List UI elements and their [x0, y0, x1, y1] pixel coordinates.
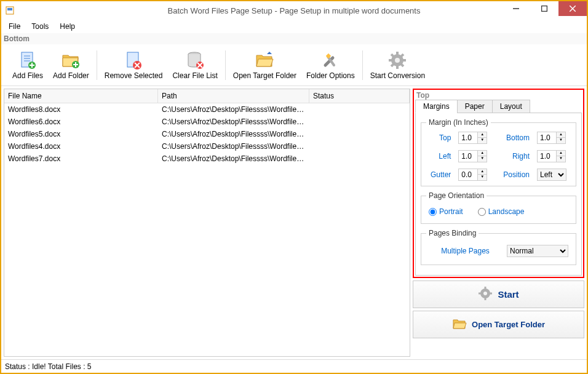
cell-filename: Wordfiles4.docx: [4, 141, 158, 151]
panel-label-top: Top: [415, 91, 582, 100]
svg-rect-3: [542, 6, 547, 12]
folder-add-icon: [61, 50, 81, 70]
position-select[interactable]: Left: [537, 169, 566, 181]
spin-down-icon[interactable]: ▼: [478, 156, 487, 162]
toolbar-separator: [362, 50, 363, 80]
folder-options-button[interactable]: Folder Options: [301, 48, 360, 82]
svg-rect-1: [7, 8, 12, 10]
maximize-button[interactable]: [530, 1, 558, 16]
spin-down-icon[interactable]: ▼: [478, 175, 487, 180]
multiple-pages-select[interactable]: Normal: [507, 245, 568, 257]
start-button[interactable]: Start: [413, 280, 584, 308]
label-margin-bottom: Bottom: [499, 133, 530, 142]
toolbtn-label: Add Folder: [53, 71, 89, 80]
tab-paper[interactable]: Paper: [457, 100, 493, 113]
start-label: Start: [498, 289, 518, 300]
close-button[interactable]: [558, 1, 587, 16]
cell-filename: Wordfiles5.docx: [4, 129, 158, 139]
label-multiple-pages: Multiple Pages: [429, 247, 502, 255]
binding-legend: Pages Binding: [426, 229, 479, 237]
table-row[interactable]: Wordfiles5.docxC:\Users\Afroz\Desktop\Fi…: [4, 128, 410, 140]
menu-file[interactable]: File: [4, 21, 25, 32]
label-margin-top: Top: [426, 133, 451, 142]
cell-path: C:\Users\Afroz\Desktop\Filessss\Wordfile…: [158, 141, 309, 151]
spin-up-icon[interactable]: ▲: [557, 132, 565, 138]
label-gutter: Gutter: [426, 170, 451, 179]
tab-layout[interactable]: Layout: [492, 100, 530, 113]
cell-filename: Wordfiles8.docx: [4, 105, 158, 114]
toolbar: Add Files Add Folder Remove Selected Cle…: [1, 44, 587, 86]
open-target-folder-toolbtn[interactable]: Open Target Folder: [228, 48, 301, 82]
orientation-legend: Page Orientation: [426, 191, 487, 200]
gear-icon: [387, 50, 407, 70]
cell-path: C:\Users\Afroz\Desktop\Filessss\Wordfile…: [158, 105, 309, 114]
svg-rect-42: [489, 293, 492, 295]
margin-bottom-input[interactable]: [537, 132, 557, 144]
spin-up-icon[interactable]: ▲: [478, 169, 487, 175]
menu-help[interactable]: Help: [55, 21, 80, 32]
col-header-filename[interactable]: File Name: [4, 89, 158, 103]
remove-selected-button[interactable]: Remove Selected: [100, 48, 168, 82]
folder-open-icon: [452, 316, 467, 333]
remove-icon: [124, 50, 143, 70]
svg-point-28: [395, 58, 400, 63]
portrait-radio[interactable]: [429, 208, 437, 216]
spin-down-icon[interactable]: ▼: [557, 156, 565, 162]
spin-down-icon[interactable]: ▼: [478, 138, 487, 143]
window-title: Batch Word Files Page Setup - Page Setup…: [1, 6, 587, 15]
spin-up-icon[interactable]: ▲: [557, 151, 565, 156]
orientation-fieldset: Page Orientation Portrait Landscape: [421, 191, 576, 224]
cell-path: C:\Users\Afroz\Desktop\Filessss\Wordfile…: [158, 117, 309, 127]
cell-path: C:\Users\Afroz\Desktop\Filessss\Wordfile…: [158, 129, 309, 139]
clear-list-icon: [185, 50, 205, 70]
svg-rect-40: [485, 297, 487, 300]
table-row[interactable]: Wordfiles4.docxC:\Users\Afroz\Desktop\Fi…: [4, 140, 410, 153]
menu-tools[interactable]: Tools: [26, 21, 54, 32]
file-list: File Name Path Status Wordfiles8.docxC:\…: [4, 89, 410, 357]
gear-icon: [478, 286, 493, 303]
statusbar: Status : Idle! Total Files : 5: [1, 359, 587, 373]
start-conversion-button[interactable]: Start Conversion: [365, 48, 430, 82]
panel-label-bottom: Bottom: [1, 33, 587, 44]
svg-rect-39: [485, 287, 487, 290]
svg-rect-41: [479, 293, 482, 295]
gutter-input[interactable]: [458, 169, 478, 181]
add-folder-button[interactable]: Add Folder: [48, 48, 94, 82]
file-add-icon: [18, 50, 38, 70]
margin-left-input[interactable]: [458, 150, 478, 162]
spin-up-icon[interactable]: ▲: [478, 151, 487, 156]
spin-up-icon[interactable]: ▲: [478, 132, 487, 138]
settings-panel: Top Margins Paper Layout Margin (In Inch…: [413, 89, 584, 278]
col-header-status[interactable]: Status: [309, 89, 410, 103]
open-target-folder-button[interactable]: Open Target Folder: [413, 311, 584, 338]
table-row[interactable]: Wordfiles8.docxC:\Users\Afroz\Desktop\Fi…: [4, 103, 410, 116]
app-icon: [5, 6, 15, 15]
folder-open-icon: [255, 50, 274, 70]
margin-top-input[interactable]: [458, 132, 478, 144]
minimize-button[interactable]: [502, 1, 530, 16]
margin-right-input[interactable]: [537, 150, 557, 162]
table-row[interactable]: Wordfiles6.docxC:\Users\Afroz\Desktop\Fi…: [4, 116, 410, 128]
toolbar-separator: [97, 50, 97, 80]
tab-margins[interactable]: Margins: [415, 100, 458, 113]
landscape-radio[interactable]: [478, 208, 486, 216]
margin-fieldset: Margin (In Inches) Top ▲▼ Bottom ▲▼ Left…: [421, 118, 576, 186]
titlebar: Batch Word Files Page Setup - Page Setup…: [1, 1, 587, 20]
svg-rect-32: [402, 59, 406, 62]
menubar: File Tools Help: [1, 20, 587, 33]
portrait-label: Portrait: [439, 207, 463, 216]
table-row[interactable]: Wordfiles7.docxC:\Users\Afroz\Desktop\Fi…: [4, 153, 410, 165]
options-icon: [320, 50, 340, 70]
add-files-button[interactable]: Add Files: [7, 48, 48, 82]
spin-down-icon[interactable]: ▼: [557, 138, 565, 143]
svg-rect-31: [389, 59, 392, 62]
label-position: Position: [499, 170, 530, 179]
label-margin-right: Right: [499, 152, 530, 161]
margin-legend: Margin (In Inches): [426, 118, 491, 127]
clear-file-list-button[interactable]: Clear File List: [167, 48, 222, 82]
col-header-path[interactable]: Path: [158, 89, 309, 103]
file-rows[interactable]: Wordfiles8.docxC:\Users\Afroz\Desktop\Fi…: [4, 103, 410, 356]
toolbtn-label: Folder Options: [306, 71, 355, 80]
status-text: Status : Idle! Total Files : 5: [5, 362, 92, 371]
toolbar-separator: [225, 50, 226, 80]
